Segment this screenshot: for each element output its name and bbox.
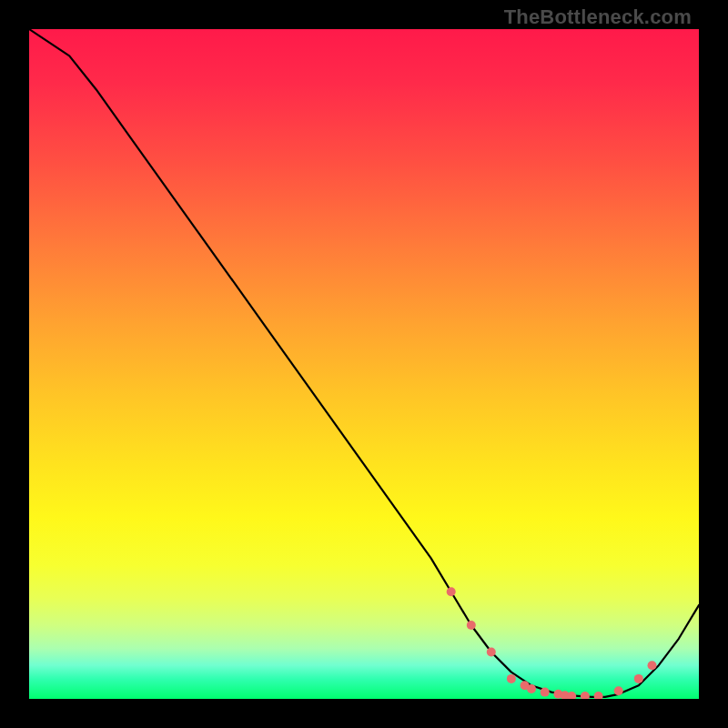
- highlight-points: [447, 587, 657, 699]
- marker-point: [581, 692, 590, 699]
- marker-point: [467, 621, 476, 630]
- curve-svg: [29, 29, 699, 699]
- marker-point: [634, 674, 643, 683]
- marker-point: [541, 688, 550, 697]
- marker-point: [594, 692, 603, 699]
- marker-point: [614, 686, 623, 695]
- marker-point: [487, 648, 496, 657]
- chart-frame: TheBottleneck.com: [0, 0, 728, 728]
- marker-point: [447, 587, 456, 596]
- plot-area: [29, 29, 699, 699]
- marker-point: [648, 661, 657, 670]
- bottleneck-curve: [29, 29, 699, 697]
- marker-point: [527, 684, 536, 693]
- watermark-text: TheBottleneck.com: [504, 5, 692, 29]
- marker-point: [507, 674, 516, 683]
